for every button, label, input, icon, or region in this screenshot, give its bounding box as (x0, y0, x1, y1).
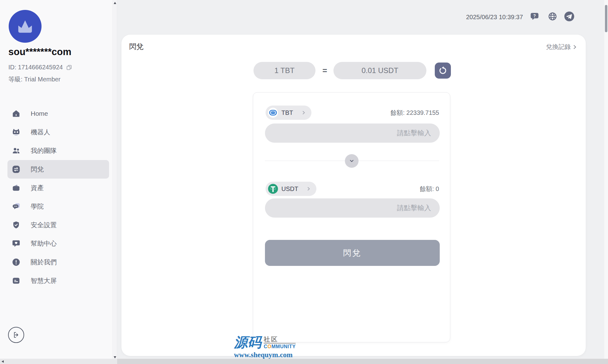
vertical-scrollbar-thumb[interactable] (605, 5, 607, 32)
to-balance: 餘額: 0 (420, 185, 439, 193)
logout-icon (12, 331, 20, 339)
watermark: 源码 社区 COMMUNITY www.shequym.com (234, 336, 296, 359)
sidebar-item-robot[interactable]: 機器人 (7, 123, 109, 141)
sidebar-scrollbar[interactable] (112, 0, 117, 364)
help-heart-icon (12, 239, 20, 248)
watermark-url: www.shequym.com (234, 351, 296, 359)
svg-text:?: ? (533, 14, 536, 18)
sidebar: sou*******com ID: 1714666245924 等級: Tria… (0, 0, 112, 364)
user-level: 等級: Trial Member (8, 75, 60, 84)
chevron-right-icon (572, 45, 577, 50)
telegram-icon[interactable] (564, 11, 575, 22)
sidebar-item-label: 智慧大屏 (31, 276, 57, 285)
watermark-cn: 源码 (234, 336, 261, 349)
crown-icon (15, 17, 35, 36)
academy-icon (12, 202, 20, 211)
swap-panel: TBT 餘額: 22339.7155 (253, 92, 450, 342)
home-icon (12, 109, 20, 118)
page-title: 閃兌 (129, 42, 143, 51)
robot-icon (12, 128, 20, 136)
chevron-right-icon (306, 187, 311, 191)
sidebar-nav: Home 機器人 我的團隊 閃兌 資產 學院 (0, 104, 112, 290)
server-timestamp: 2025/06/23 10:39:37 (466, 14, 523, 21)
username: sou*******com (8, 46, 71, 58)
swap-direction-button[interactable] (345, 154, 359, 168)
watermark-cn-sub: 社区 (264, 336, 296, 344)
logout-button[interactable] (8, 327, 24, 343)
from-token-selector[interactable]: TBT (266, 106, 311, 120)
tbt-token-icon (268, 108, 278, 118)
main-panel: 閃兌 兌換記錄 1 TBT = 0.01 USDT TBT (121, 35, 586, 356)
swap-history-link[interactable]: 兌換記錄 (546, 43, 577, 51)
sidebar-item-label: 安全設置 (31, 221, 57, 229)
sidebar-item-label: 機器人 (31, 128, 50, 136)
sidebar-item-home[interactable]: Home (7, 104, 109, 123)
usdt-token-icon (268, 184, 278, 194)
scroll-up-arrow-icon[interactable] (114, 2, 116, 4)
app-screen: sou*******com ID: 1714666245924 等級: Tria… (0, 0, 608, 364)
sidebar-item-label: 我的團隊 (31, 146, 57, 155)
rate-to-value: 0.01 USDT (333, 62, 426, 79)
from-token-name: TBT (281, 109, 293, 116)
sidebar-item-about[interactable]: 關於我們 (7, 253, 109, 271)
brand-logo (9, 10, 42, 43)
to-token-name: USDT (281, 185, 298, 193)
swap-icon (12, 165, 20, 174)
wallet-icon (12, 184, 20, 192)
sidebar-item-label: 資產 (31, 184, 44, 192)
horizontal-scrollbar[interactable] (0, 359, 608, 364)
sidebar-item-help-center[interactable]: 幫助中心 (7, 234, 109, 253)
swap-submit-button[interactable]: 閃兌 (265, 240, 440, 266)
swap-history-label: 兌換記錄 (546, 43, 571, 51)
to-amount-input[interactable] (265, 198, 440, 218)
sidebar-item-assets[interactable]: 資產 (7, 179, 109, 197)
sidebar-item-label: 閃兌 (31, 165, 44, 174)
help-bubble-icon[interactable]: ? (530, 12, 539, 21)
sidebar-item-academy[interactable]: 學院 (7, 197, 109, 216)
sidebar-item-team[interactable]: 我的團隊 (7, 141, 109, 160)
screen-icon (12, 276, 20, 285)
sidebar-item-security[interactable]: 安全設置 (7, 216, 109, 234)
sidebar-item-label: 幫助中心 (31, 239, 57, 248)
from-balance: 餘額: 22339.7155 (390, 109, 439, 117)
team-icon (12, 146, 20, 155)
rate-equals-sign: = (319, 62, 331, 79)
user-id: ID: 1714666245924 (8, 64, 63, 71)
vertical-scrollbar[interactable] (604, 0, 608, 359)
refresh-rate-button[interactable] (435, 63, 451, 79)
refresh-icon (438, 66, 447, 75)
sidebar-item-label: Home (31, 110, 48, 117)
swap-direction-divider (253, 154, 450, 168)
about-icon (12, 258, 20, 266)
sidebar-item-label: 關於我們 (31, 258, 57, 266)
watermark-en: COMMUNITY (264, 344, 296, 349)
from-amount-input[interactable] (265, 124, 440, 143)
sidebar-item-swap[interactable]: 閃兌 (7, 160, 109, 179)
chevron-down-icon (348, 158, 355, 164)
horizontal-scrollbar-track[interactable] (117, 359, 608, 364)
chevron-right-icon (302, 110, 306, 115)
copy-icon[interactable] (66, 64, 72, 71)
scroll-left-arrow-icon[interactable] (2, 360, 4, 363)
to-token-selector[interactable]: USDT (266, 182, 316, 196)
rate-from-value: 1 TBT (253, 62, 315, 79)
globe-icon[interactable] (548, 12, 557, 21)
shield-check-icon (12, 221, 20, 229)
scroll-down-arrow-icon[interactable] (114, 356, 116, 358)
sidebar-item-label: 學院 (31, 202, 44, 211)
sidebar-item-smart-screen[interactable]: 智慧大屏 (7, 271, 109, 290)
